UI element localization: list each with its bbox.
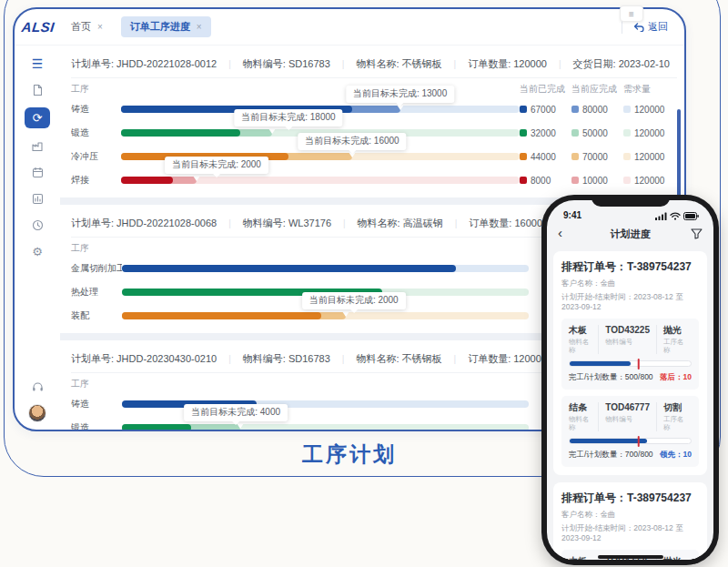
material-column: 结条物料名称: [569, 402, 598, 431]
process-column: 抛光工序名称: [656, 325, 692, 354]
order-number: 排程订单号：T-389754237: [561, 491, 699, 506]
customer-name: 客户名称：金曲: [561, 278, 699, 289]
filter-funnel-icon[interactable]: [691, 227, 703, 243]
phone-title: 计划进度: [611, 228, 651, 241]
customer-name: 客户名称：金曲: [561, 510, 699, 520]
legend-swatch-icon: [520, 106, 527, 113]
field-separator: |: [455, 218, 458, 228]
legend-number: 44000: [531, 152, 556, 162]
legend-header: 当前已完成: [520, 83, 571, 96]
bar-completed-segment: [121, 129, 240, 137]
item-value: 抛光: [663, 325, 685, 336]
legend-number: 10000: [582, 176, 608, 186]
process-item-card: 结条物料名称TOD46777物料编号切割工序名称完工/计划数量：700/800领…: [561, 396, 699, 467]
tooltip: 当前目标未完成: 2000: [302, 292, 406, 309]
progress-track: [122, 265, 529, 272]
chart-icon[interactable]: [27, 189, 47, 208]
legend-value: 44000: [520, 152, 571, 162]
phone-screen: 9:41 ‹ 计划进度 排程订单号：T-389754237客户名称：金曲计划开始…: [547, 200, 713, 560]
order-card: 排程订单号：T-389754237客户名称：金曲计划开始-结束时间：2023-0…: [553, 251, 707, 475]
item-value: 结条: [569, 402, 592, 413]
tab-close-icon[interactable]: ×: [197, 22, 202, 32]
plan-field: 订单数量: 120000: [468, 352, 547, 366]
legend-swatch-icon: [520, 129, 527, 137]
legend-header-row: 当前已完成当前应完成需求量: [520, 83, 677, 96]
process-name: 铸造: [71, 398, 122, 410]
bar-completed-segment: [122, 424, 191, 431]
status-text: 落后：10: [660, 372, 692, 383]
window-menu-icon[interactable]: ≡: [620, 5, 643, 22]
field-separator: |: [559, 59, 561, 69]
support-headset-icon[interactable]: [27, 378, 47, 396]
settings-gear-icon[interactable]: ⚙: [27, 242, 47, 260]
alsi-logo: ALSI: [14, 19, 63, 35]
tooltip: 当前目标未完成: 4000: [184, 404, 288, 421]
legend-number: 67000: [531, 105, 556, 115]
collapse-menu-icon[interactable]: ☰: [27, 55, 47, 73]
process-name: 装配: [71, 309, 122, 322]
legend-swatch-icon: [571, 153, 579, 160]
back-arrow-icon: [633, 23, 644, 32]
legend-swatch-icon: [571, 177, 579, 184]
legend-swatch-icon: [623, 177, 631, 184]
progress-track: [121, 177, 520, 184]
wifi-icon: [670, 212, 681, 220]
home-indicator[interactable]: [598, 555, 663, 559]
legend-number: 120000: [634, 152, 664, 162]
process-name: 铸造: [71, 103, 121, 116]
legend-swatch-icon: [623, 129, 631, 137]
legend-value-row: 800010000120000: [520, 176, 677, 186]
plan-section: 计划单号: JHDD-20221028-0012|物料编号: SD16783|物…: [60, 46, 684, 197]
progress-bar: 当前目标未完成: 2000: [122, 312, 529, 319]
factory-icon[interactable]: [27, 137, 47, 155]
process-column-label: 工序: [71, 378, 122, 390]
document-icon[interactable]: [27, 81, 47, 99]
legend-swatch-icon: [571, 106, 579, 113]
tab-bar: 首页×订单工序进度×: [62, 16, 622, 37]
plan-field: 计划单号: JHDD-20221028-0068: [71, 217, 217, 230]
process-row: 冷冲压当前目标未完成: 160004400070000120000: [71, 145, 677, 168]
process-item-card: 木板物料名称TOD43225物料编号抛光工序名称完工/计划数量：500/800落…: [561, 319, 699, 390]
tab-close-icon[interactable]: ×: [97, 22, 103, 32]
legend-value: 120000: [623, 152, 675, 162]
item-label: 物料编号: [605, 338, 650, 346]
process-name: 冷冲压: [71, 150, 121, 163]
legend-value: 10000: [571, 176, 623, 186]
tab-home[interactable]: 首页×: [62, 16, 112, 37]
legend-header: 当前应完成: [571, 83, 623, 96]
bar-completed-segment: [122, 265, 456, 272]
tooltip: 当前目标未完成: 13000: [346, 86, 454, 103]
user-avatar[interactable]: [28, 404, 46, 422]
quantity-text: 完工/计划数量：500/800: [569, 372, 653, 383]
progress-bar: [122, 265, 529, 272]
topbar-divider: [622, 21, 622, 34]
legend-number: 8000: [531, 176, 551, 186]
phone-back-icon[interactable]: ‹: [558, 224, 562, 242]
item-value: TOD46777: [605, 402, 650, 413]
legend-value: 32000: [520, 128, 571, 138]
material-column: 木板物料名称: [569, 325, 598, 354]
quantity-text: 完工/计划数量：700/800: [569, 450, 653, 461]
back-button[interactable]: 返回: [633, 20, 668, 34]
tab-label: 订单工序进度: [130, 20, 190, 34]
plan-field: 物料编号: SD16783: [243, 57, 330, 71]
phone-nav: ‹ 计划进度: [547, 222, 713, 246]
item-value: 抛光: [663, 556, 685, 560]
bar-notch: [193, 176, 200, 181]
field-separator: |: [454, 354, 457, 364]
calendar-icon[interactable]: [27, 163, 47, 181]
bar-notch: [268, 128, 276, 134]
item-value: 切割: [663, 402, 685, 413]
phone-notch: [592, 195, 670, 207]
item-label: 工序名称: [663, 338, 685, 354]
legend-value: 70000: [571, 152, 623, 162]
legend-swatch-icon: [520, 177, 527, 184]
sidebar-item-process-progress[interactable]: ⟳: [25, 107, 50, 128]
status-time: 9:41: [563, 210, 581, 220]
legend-value: 120000: [623, 128, 675, 138]
clock-icon[interactable]: [27, 216, 47, 234]
tab-order-process[interactable]: 订单工序进度×: [121, 16, 211, 37]
legend-number: 120000: [634, 128, 664, 138]
progress-bar: [122, 400, 529, 408]
item-progress-bar: [569, 438, 692, 444]
